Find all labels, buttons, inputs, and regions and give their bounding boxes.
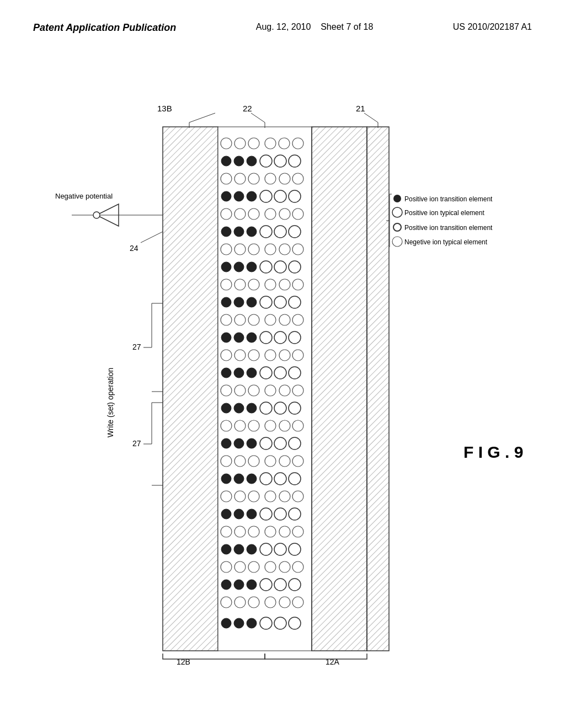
svg-point-50 — [247, 262, 257, 272]
svg-text:27: 27 — [132, 439, 141, 448]
svg-point-25 — [234, 191, 244, 201]
svg-point-146 — [247, 544, 257, 554]
svg-point-38 — [247, 227, 257, 237]
svg-point-49 — [234, 262, 244, 272]
svg-text:Positive ion transition elemen: Positive ion transition element — [404, 224, 493, 232]
svg-point-36 — [221, 227, 231, 237]
svg-text:24: 24 — [130, 244, 138, 253]
svg-point-158 — [247, 580, 257, 590]
svg-text:Write (set) operation: Write (set) operation — [106, 368, 115, 438]
svg-line-195 — [141, 232, 163, 243]
publication-number: US 2010/202187 A1 — [453, 22, 532, 32]
svg-point-74 — [247, 333, 257, 342]
svg-line-175 — [189, 113, 215, 122]
svg-point-96 — [221, 403, 231, 413]
svg-point-97 — [234, 403, 244, 413]
svg-point-133 — [234, 509, 244, 519]
svg-point-169 — [234, 618, 244, 628]
svg-point-202 — [93, 212, 100, 218]
svg-point-121 — [234, 474, 244, 484]
svg-point-48 — [221, 262, 231, 272]
svg-point-26 — [247, 191, 257, 201]
svg-text:Negative potential: Negative potential — [55, 192, 113, 200]
publication-title: Patent Application Publication — [33, 22, 176, 34]
svg-point-110 — [247, 438, 257, 448]
svg-text:Negetive ion typical element: Negetive ion typical element — [404, 238, 488, 246]
svg-point-132 — [221, 509, 231, 519]
svg-point-14 — [247, 156, 257, 166]
svg-point-157 — [234, 580, 244, 590]
svg-point-122 — [247, 474, 257, 484]
svg-text:27: 27 — [132, 342, 141, 351]
svg-text:13B: 13B — [157, 104, 172, 113]
svg-rect-5 — [367, 127, 389, 651]
svg-line-181 — [364, 113, 378, 122]
svg-point-24 — [221, 191, 231, 201]
svg-text:Positive ion transition elemen: Positive ion transition element — [404, 195, 493, 203]
svg-rect-4 — [312, 127, 367, 651]
svg-point-72 — [221, 333, 231, 342]
svg-point-207 — [392, 207, 402, 217]
svg-point-211 — [392, 237, 402, 247]
svg-point-98 — [247, 403, 257, 413]
svg-point-209 — [393, 223, 401, 231]
svg-point-60 — [221, 297, 231, 307]
page-header: Patent Application Publication Aug. 12, … — [0, 22, 565, 34]
svg-point-62 — [247, 297, 257, 307]
svg-text:21: 21 — [356, 104, 365, 113]
svg-point-170 — [247, 618, 257, 628]
svg-point-156 — [221, 580, 231, 590]
svg-point-168 — [221, 618, 231, 628]
svg-point-144 — [221, 544, 231, 554]
svg-point-85 — [234, 368, 244, 378]
svg-point-84 — [221, 368, 231, 378]
svg-rect-2 — [163, 127, 218, 651]
svg-point-145 — [234, 544, 244, 554]
svg-point-73 — [234, 333, 244, 342]
svg-line-178 — [251, 113, 265, 122]
svg-point-108 — [221, 438, 231, 448]
main-diagram: 13B 22 21 12B 12A 27 27 24 Negative pote… — [0, 72, 565, 706]
svg-point-205 — [393, 195, 401, 202]
publication-date-sheet: Aug. 12, 2010 Sheet 7 of 18 — [256, 22, 374, 32]
svg-point-109 — [234, 438, 244, 448]
svg-point-134 — [247, 509, 257, 519]
svg-text:F I G . 9: F I G . 9 — [463, 443, 523, 461]
svg-point-86 — [247, 368, 257, 378]
svg-point-61 — [234, 297, 244, 307]
svg-text:22: 22 — [243, 104, 252, 113]
svg-point-12 — [221, 156, 231, 166]
svg-point-120 — [221, 474, 231, 484]
svg-point-13 — [234, 156, 244, 166]
svg-point-37 — [234, 227, 244, 237]
svg-text:Positive ion typical element: Positive ion typical element — [404, 209, 484, 217]
